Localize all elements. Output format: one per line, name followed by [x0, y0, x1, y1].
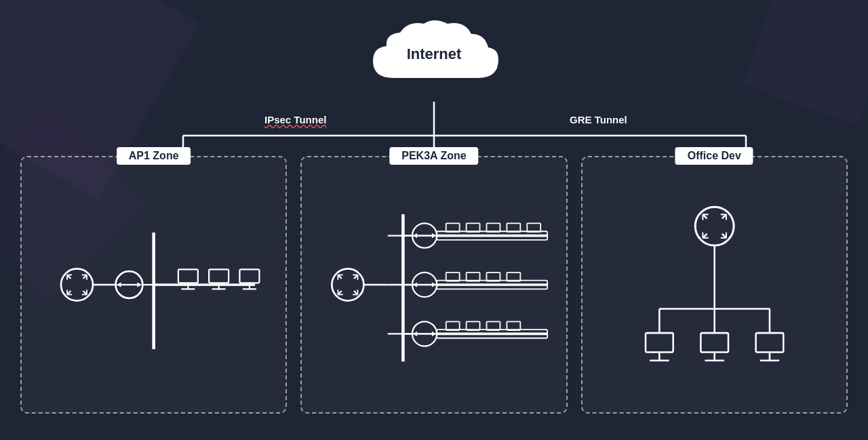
svg-point-35: [332, 268, 364, 300]
svg-rect-107: [701, 333, 728, 352]
pek3a-zone: PEK3A Zone: [300, 156, 567, 414]
svg-rect-60: [507, 223, 521, 232]
svg-rect-103: [646, 333, 673, 352]
zones-row: AP1 Zone: [20, 156, 848, 414]
svg-rect-71: [487, 273, 500, 281]
svg-rect-69: [446, 273, 460, 281]
office-diagram: [583, 157, 846, 412]
svg-rect-80: [446, 321, 460, 330]
office-zone: Office Dev: [581, 156, 848, 414]
svg-point-87: [695, 207, 734, 245]
diagram-container: Internet IPsec Tunnel GRE Tunnel AP1 Zon…: [0, 0, 868, 440]
svg-rect-81: [467, 321, 480, 330]
svg-rect-26: [178, 269, 198, 283]
svg-rect-72: [507, 273, 521, 281]
office-zone-label: Office Dev: [675, 147, 753, 165]
ap1-zone-label: AP1 Zone: [117, 147, 191, 165]
svg-rect-57: [446, 223, 460, 232]
bg-accent-3: [743, 0, 868, 125]
svg-rect-111: [755, 333, 783, 352]
pek3a-diagram: [302, 157, 566, 412]
cloud-icon: Internet: [359, 14, 509, 95]
ap1-zone: AP1 Zone: [20, 156, 287, 414]
svg-rect-59: [487, 223, 500, 232]
svg-rect-32: [239, 269, 259, 283]
svg-rect-61: [528, 223, 541, 232]
gre-tunnel-label: GRE Tunnel: [570, 114, 627, 125]
svg-rect-70: [467, 273, 480, 281]
cloud-label: Internet: [407, 45, 462, 63]
pek3a-zone-label: PEK3A Zone: [389, 147, 478, 165]
ap1-diagram: [22, 157, 285, 412]
svg-point-5: [61, 268, 93, 300]
svg-rect-83: [507, 321, 521, 330]
svg-rect-29: [209, 269, 229, 283]
ipsec-tunnel-label: IPsec Tunnel: [264, 114, 326, 125]
svg-marker-21: [116, 282, 121, 287]
cloud-section: Internet: [359, 14, 509, 95]
svg-rect-58: [467, 223, 480, 232]
svg-rect-82: [487, 321, 500, 330]
svg-marker-22: [137, 282, 142, 287]
